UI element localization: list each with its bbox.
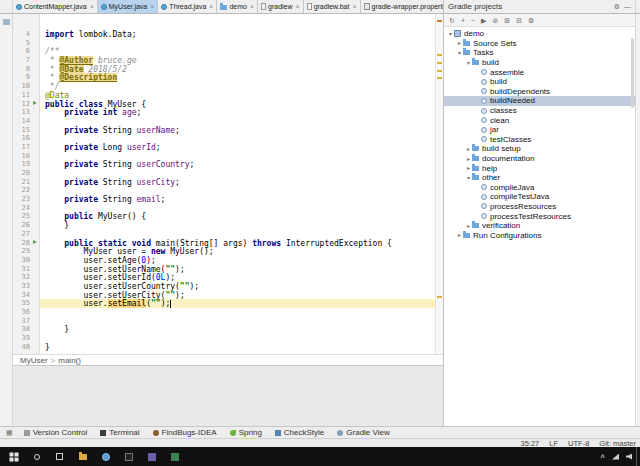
toolwindow-switcher-icon[interactable]: ▦ [2,429,17,437]
code-line[interactable]: public class MyUser { [40,100,435,109]
gutter-line[interactable]: 31 [13,265,39,274]
gutter-line[interactable]: 21 [13,178,39,187]
code-line[interactable]: */ [40,82,435,91]
code-line[interactable]: * @Author bruce.ge [40,56,435,65]
gradle-node-build[interactable]: ▾build [444,58,635,68]
gutter-line[interactable]: 36 [13,308,39,317]
app2-button[interactable] [163,447,186,466]
breadcrumb-item[interactable]: MyUser [20,356,48,365]
gradle-node-jar[interactable]: jar [444,125,635,135]
gutter-line[interactable]: 13 [13,108,39,117]
gutter-line[interactable]: 18 [13,152,39,161]
gutter-line[interactable]: 4 [13,30,39,39]
file-explorer-button[interactable] [71,447,94,466]
gutter-line[interactable]: 34 [13,291,39,300]
close-tab-icon[interactable]: × [208,3,213,10]
gradle-node-demo[interactable]: ▾demo [444,29,635,39]
warning-stripe-mark[interactable] [437,20,442,22]
gutter-line[interactable]: 23 [13,195,39,204]
gutter-line[interactable]: 16 [13,134,39,143]
code-line[interactable]: private int age; [40,108,435,117]
right-arrow-icon[interactable]: ▸ [456,232,463,238]
code-line[interactable]: user.setUserName(""); [40,265,435,274]
code-line[interactable]: import lombok.Data; [40,30,435,39]
code-line[interactable] [40,39,435,48]
code-line[interactable] [40,117,435,126]
error-stripe-scrollbar[interactable] [435,14,443,354]
editor-tab-myuser-java[interactable]: MyUser.java× [98,0,159,13]
right-arrow-icon[interactable]: ▸ [465,156,472,162]
task-view-button[interactable] [48,447,71,466]
gutter-line[interactable]: 22 [13,186,39,195]
gutter-line[interactable]: 19 [13,160,39,169]
tray-expand-icon[interactable]: ˄ [600,453,605,461]
close-tab-icon[interactable]: × [295,3,300,10]
collapse-all-icon[interactable]: ⊟ [516,17,522,24]
warning-stripe-mark[interactable] [437,62,442,64]
gutter-line[interactable]: 37 [13,317,39,326]
code-line[interactable]: user.setUserCity(""); [40,291,435,300]
settings-icon[interactable]: ⚙ [528,17,534,24]
gradle-node-processresources[interactable]: processResources [444,202,635,212]
gradle-scrollbar[interactable] [631,38,634,108]
gradle-node-compilejava[interactable]: compileJava [444,183,635,193]
app1-button[interactable] [140,447,163,466]
gradle-node-help[interactable]: ▸help [444,163,635,173]
encoding[interactable]: UTF-8 [568,439,589,448]
gutter-line[interactable]: 17 [13,143,39,152]
browser-button[interactable] [94,447,117,466]
attach-project-icon[interactable]: + [461,17,465,24]
project-tool-window-icon[interactable] [3,19,10,25]
code-line[interactable] [40,134,435,143]
code-line[interactable] [40,308,435,317]
code-line[interactable] [40,230,435,239]
right-arrow-icon[interactable]: ▸ [456,40,463,46]
code-line[interactable] [40,152,435,161]
editor-tab-gradlew[interactable]: gradlew× [258,0,304,13]
git-branch[interactable]: Git: master [599,439,636,448]
code-line[interactable]: private String userCity; [40,178,435,187]
code-line[interactable]: private Long userId; [40,143,435,152]
gutter-line[interactable]: 8 [13,65,39,74]
gradle-node-compiletestjava[interactable]: compileTestJava [444,192,635,202]
close-tab-icon[interactable]: × [351,3,356,10]
gutter-line[interactable]: 33 [13,282,39,291]
code-editor[interactable]: import lombok.Data;/** * @Author bruce.g… [40,14,435,354]
toolwindow-button-terminal[interactable]: Terminal [94,427,145,438]
gradle-node-builddependents[interactable]: buildDependents [444,87,635,97]
gutter-line[interactable]: 7 [13,56,39,65]
caret-position[interactable]: 35:27 [521,439,540,448]
code-line[interactable]: private String userCountry; [40,160,435,169]
gutter-line[interactable]: 30 [13,256,39,265]
gutter-line[interactable]: 14 [13,117,39,126]
show-desktop-button[interactable] [636,447,640,466]
down-arrow-icon[interactable]: ▾ [465,60,472,66]
breadcrumb-item[interactable]: main() [58,356,81,365]
gutter-line[interactable]: 32 [13,273,39,282]
code-line[interactable]: /** [40,47,435,56]
code-line[interactable]: user.setEmail(""); [40,299,435,308]
toolwindow-button-version-control[interactable]: Version Control [18,427,94,438]
gradle-node-classes[interactable]: classes [444,106,635,116]
gradle-node-other[interactable]: ▾other [444,173,635,183]
ide-button[interactable] [117,447,140,466]
code-line[interactable]: user.setUserCountry(""); [40,282,435,291]
gutter-line[interactable]: 40 [13,343,39,352]
gutter-line[interactable]: 29 [13,247,39,256]
right-arrow-icon[interactable]: ▸ [465,223,472,229]
gutter-line[interactable]: 24 [13,204,39,213]
run-gutter-icon[interactable] [32,239,39,248]
code-line[interactable]: private String userName; [40,126,435,135]
code-line[interactable] [40,186,435,195]
gradle-node-run-configurations[interactable]: ▸Run Configurations [444,230,635,240]
gutter-line[interactable]: 12 [13,100,39,109]
gradle-node-source-sets[interactable]: ▸Source Sets [444,39,635,49]
gradle-node-testclasses[interactable]: testClasses [444,135,635,145]
code-line[interactable]: MyUser user = new MyUser(); [40,247,435,256]
close-tab-icon[interactable]: × [89,3,94,10]
gradle-node-processtestresources[interactable]: processTestResources [444,211,635,221]
editor-tab-gradle-wrapper-properties[interactable]: gradle-wrapper.properties× [361,0,443,13]
toolwindow-button-spring[interactable]: Spring [224,427,268,438]
gutter-line[interactable]: 6 [13,47,39,56]
toolwindow-button-checkstyle[interactable]: CheckStyle [269,427,330,438]
